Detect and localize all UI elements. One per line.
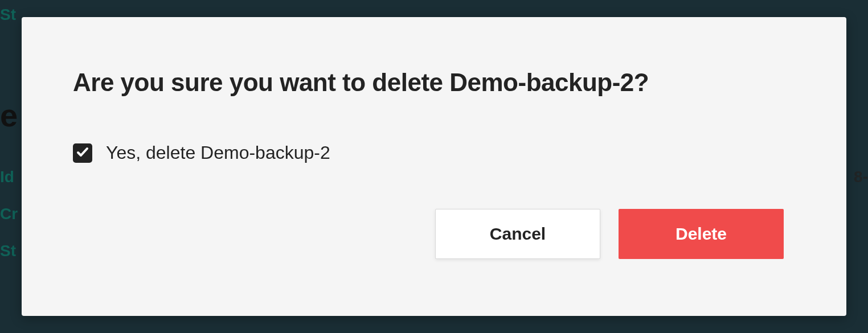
check-icon xyxy=(76,145,89,161)
cancel-button[interactable]: Cancel xyxy=(435,209,600,259)
confirm-checkbox-label: Yes, delete Demo-backup-2 xyxy=(106,142,330,163)
background-label-fragment: St xyxy=(0,242,16,260)
confirm-delete-modal: Are you sure you want to delete Demo-bac… xyxy=(22,17,846,316)
background-label-fragment: Cr xyxy=(0,205,18,223)
background-value-fragment: 8- xyxy=(854,168,868,186)
background-label-fragment: St xyxy=(0,6,16,24)
delete-button[interactable]: Delete xyxy=(619,209,784,259)
background-heading-fragment: e xyxy=(0,97,21,131)
modal-button-row: Cancel Delete xyxy=(435,209,784,259)
confirm-checkbox-row: Yes, delete Demo-backup-2 xyxy=(73,142,795,163)
modal-title: Are you sure you want to delete Demo-bac… xyxy=(73,68,795,97)
background-label-fragment: Id xyxy=(0,168,14,186)
confirm-checkbox[interactable] xyxy=(73,143,92,163)
